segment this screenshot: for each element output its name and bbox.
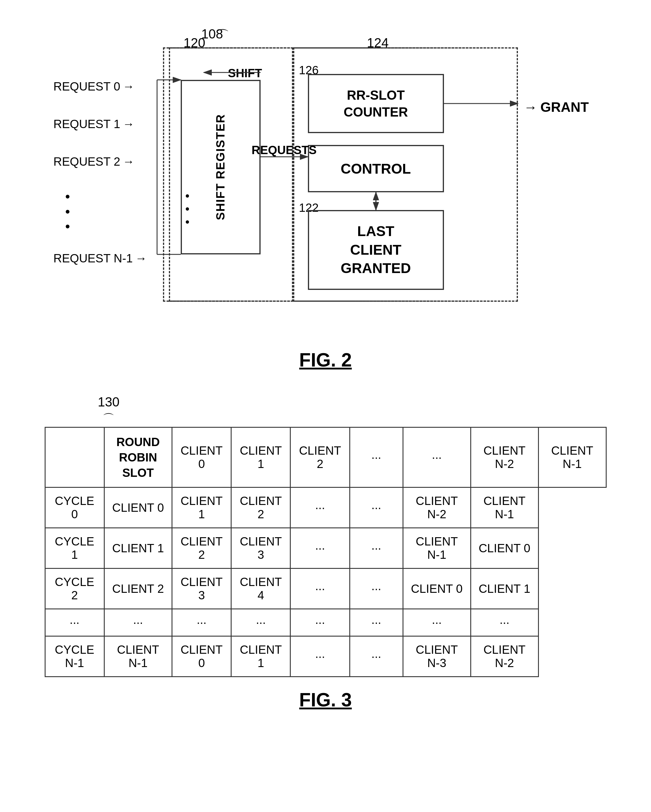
grant-arrow: → [524,99,537,115]
cycle-2-dots2: ··· [350,569,403,609]
request-0: REQUEST 0 → [53,80,147,93]
fig3-wrapper: 130 ⌒ ROUNDROBINSLOT CLIENT 0 CLIENT 1 C… [45,395,607,711]
cycle-0-slot1: CLIENT 1 [172,487,231,528]
rr-table: ROUNDROBINSLOT CLIENT 0 CLIENT 1 CLIENT … [45,427,607,677]
cycle-0-slotN2: CLIENT N-2 [403,487,471,528]
dots-row-3: ··· [290,609,350,636]
shift-register-box: SHIFT REGISTER [181,80,261,254]
rr-slot-counter-box: RR-SLOT COUNTER [308,74,444,133]
cycle-1-label: CYCLE 1 [45,528,104,569]
cycle-1-slotN1: CLIENT 0 [471,528,538,569]
label-108-arrow: ⌒ [216,27,229,44]
cycleN1-slotN1: CLIENT N-2 [471,636,538,677]
label-130-arrow: ⌒ [103,411,607,427]
label-130: 130 [98,395,607,409]
dots-row-4: ··· [350,609,403,636]
grant-label: → GRANT [524,99,589,115]
dots-row-2: ··· [231,609,290,636]
header-dots2: ··· [403,427,471,487]
control-box: CONTROL [308,145,444,192]
header-client1: CLIENT 1 [231,427,290,487]
cycleN1-dots2: ··· [350,636,403,677]
cycle-2-dots1: ··· [290,569,350,609]
cycle-2-slot0: CLIENT 2 [104,569,172,609]
last-client-granted-box: LAST CLIENT GRANTED [308,210,444,290]
request-labels: REQUEST 0 → REQUEST 1 → REQUEST 2 → ••• … [53,80,147,265]
header-empty [45,427,104,487]
cycle-2-slotN2: CLIENT 0 [403,569,471,609]
header-client2: CLIENT 2 [290,427,350,487]
cycleN1-slot0: CLIENT N-1 [104,636,172,677]
cycleN1-label: CYCLE N-1 [45,636,104,677]
table-header-row: ROUNDROBINSLOT CLIENT 0 CLIENT 1 CLIENT … [45,427,606,487]
header-dots1: ··· [350,427,403,487]
header-round-robin-slot: ROUNDROBINSLOT [104,427,172,487]
table-row: CYCLE N-1 CLIENT N-1 CLIENT 0 CLIENT 1 ·… [45,636,606,677]
rr-slot-counter-label: RR-SLOT COUNTER [344,87,408,121]
cycleN1-slotN2: CLIENT N-3 [403,636,471,677]
cycle-0-slot2: CLIENT 2 [231,487,290,528]
request-1: REQUEST 1 → [53,118,147,131]
request-2: REQUEST 2 → [53,155,147,168]
cycle-1-dots1: ··· [290,528,350,569]
last-client-granted-label: LAST CLIENT GRANTED [341,222,411,278]
request-dots: ••• [66,189,147,234]
cycle-2-slot1: CLIENT 3 [172,569,231,609]
dots-row-1: ··· [172,609,231,636]
cycle-1-dots2: ··· [350,528,403,569]
cycle-2-slotN1: CLIENT 1 [471,569,538,609]
table-row: CYCLE 0 CLIENT 0 CLIENT 1 CLIENT 2 ··· ·… [45,487,606,528]
header-clientN1: CLIENT N-1 [538,427,606,487]
dots-row-label: ··· [45,609,104,636]
cycleN1-slot1: CLIENT 0 [172,636,231,677]
table-row: ··· ··· ··· ··· ··· ··· ··· ··· [45,609,606,636]
cycle-0-slot0: CLIENT 0 [104,487,172,528]
shift-register-label: SHIFT REGISTER [214,114,227,220]
cycle-0-label: CYCLE 0 [45,487,104,528]
request-n1: REQUEST N-1 → [53,252,147,265]
cycle-1-slot0: CLIENT 1 [104,528,172,569]
header-client0: CLIENT 0 [172,427,231,487]
cycle-2-slot2: CLIENT 4 [231,569,290,609]
shift-label: SHIFT [228,67,262,80]
cycle-2-label: CYCLE 2 [45,569,104,609]
dots-row-6: ··· [471,609,538,636]
fig2-title: FIG. 2 [24,349,627,371]
dots-row-5: ··· [403,609,471,636]
table-row: CYCLE 1 CLIENT 1 CLIENT 2 CLIENT 3 ··· ·… [45,528,606,569]
table-row: CYCLE 2 CLIENT 2 CLIENT 3 CLIENT 4 ··· ·… [45,569,606,609]
cycleN1-slot2: CLIENT 1 [231,636,290,677]
cycle-1-slot2: CLIENT 3 [231,528,290,569]
shift-register-dots: ••• [186,189,190,228]
control-label: CONTROL [341,160,411,177]
cycle-0-dots1: ··· [290,487,350,528]
cycle-1-slotN2: CLIENT N-1 [403,528,471,569]
cycle-1-slot1: CLIENT 2 [172,528,231,569]
dots-row-0: ··· [104,609,172,636]
cycle-0-dots2: ··· [350,487,403,528]
header-clientN2: CLIENT N-2 [471,427,538,487]
cycleN1-dots1: ··· [290,636,350,677]
requests-label: REQUESTS [252,143,317,157]
fig3-title: FIG. 3 [45,689,607,711]
cycle-0-slotN1: CLIENT N-1 [471,487,538,528]
